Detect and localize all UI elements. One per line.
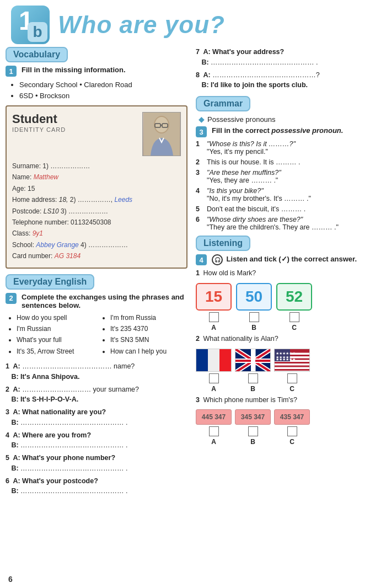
exercise-3-instruction: Fill in the correct possessive pronoun.	[212, 126, 343, 135]
phone-item-2: 345 347 B	[235, 409, 271, 446]
label-a2: A	[211, 385, 216, 393]
card-age-val: 15	[28, 185, 35, 193]
checkbox-c2[interactable]	[287, 373, 297, 383]
card-name-val: Matthew	[34, 173, 58, 181]
checkbox-b1[interactable]	[249, 312, 259, 322]
label-b3: B	[250, 438, 255, 446]
phrases-col-2: I'm from Russia It's 235 4370 It's SN3 5…	[102, 312, 187, 357]
phone-box-3: 435 347	[274, 409, 310, 425]
card-city: Leeds	[114, 196, 132, 204]
list-item: How do you spell	[17, 312, 94, 323]
card-school-name: Abbey Grange	[36, 241, 78, 249]
lesson-letter: b	[28, 22, 47, 42]
checkbox-a1[interactable]	[209, 312, 219, 322]
label-b2: B	[250, 385, 255, 393]
svg-rect-21	[275, 371, 310, 372]
exercise-4-instruction: 🎧 Listen and tick (✓) the correct answer…	[212, 254, 357, 265]
label-c2: C	[290, 385, 294, 393]
word-3: 6SD	[19, 92, 33, 100]
answer-52: 52 C	[276, 283, 312, 332]
flag-usa-item: ★★★★★★ ★★★★★ ★★★★★★ C	[274, 349, 310, 393]
list-item: I'm Russian	[17, 323, 94, 334]
q2-text: What nationality is Alan?	[203, 335, 278, 343]
list-item: How can I help you	[110, 346, 187, 357]
svg-rect-12	[251, 349, 256, 372]
label-c3: C	[290, 438, 294, 446]
dialogue-5: 5 A: What's your phone number? B: …………………	[6, 453, 187, 474]
grammar-header: Grammar	[196, 96, 250, 111]
card-cardnum: Card number: AG 3184	[12, 250, 181, 261]
flag-uk-item: B	[235, 349, 271, 393]
word-4: Brockson	[40, 92, 69, 100]
grammar-item-3: 3 "Are these her muffins?" "Yes, they ar…	[196, 169, 380, 184]
list-item: It's 235 4370	[110, 323, 187, 334]
grammar-item-6: 6 "Whose dirty shoes are these?" "They a…	[196, 216, 380, 231]
page-header: 1 b Who are you?	[0, 0, 386, 47]
phone-box-2: 345 347	[235, 409, 271, 425]
list-item: What's your full	[17, 334, 94, 345]
exercise-2-num: 2	[6, 293, 17, 304]
svg-rect-20	[275, 367, 310, 369]
card-num-val: AG 3184	[55, 252, 81, 260]
france-red	[219, 349, 231, 371]
word-list: Secondary School • Claredon Road 6SD • B…	[11, 79, 187, 101]
exercise-3-title: 3 Fill in the correct possessive pronoun…	[196, 126, 380, 137]
phrases-list: How do you spell I'm Russian What's your…	[8, 312, 187, 357]
grammar-section: Grammar ◆ Possessive pronouns 3 Fill in …	[196, 96, 380, 231]
phone-item-3: 435 347 C	[274, 409, 310, 446]
card-name: Name: Matthew	[12, 172, 181, 183]
checkbox-a3[interactable]	[209, 426, 219, 436]
checkbox-c3[interactable]	[287, 426, 297, 436]
q1-answers: 15 A 50 B 52 C	[196, 283, 380, 332]
list-item: It's SN3 5MN	[110, 334, 187, 345]
question-2: 2 What nationality is Alan?	[196, 334, 380, 344]
uk-inner	[235, 349, 270, 371]
flag-uk-box	[235, 349, 271, 372]
main-content: Vocabulary 1 Fill in the missing informa…	[0, 47, 386, 502]
answer-15: 15 A	[196, 283, 232, 332]
dialogue-8: 8 A: ………………………………………? B: I'd like to joi…	[196, 70, 380, 91]
flag-usa-box: ★★★★★★ ★★★★★ ★★★★★★	[274, 349, 310, 372]
grammar-item-2: 2 This is our house. It is ……… .	[196, 158, 380, 166]
list-item: Secondary School • Claredon Road	[19, 79, 187, 90]
everyday-header: Everyday English	[6, 274, 94, 290]
exercise-1-instruction: Fill in the missing information.	[22, 66, 126, 74]
vocabulary-header: Vocabulary	[6, 47, 68, 62]
checkbox-b2[interactable]	[248, 373, 258, 383]
exercise-2-instruction: Complete the exchanges using the phrases…	[22, 293, 187, 309]
flag-france-box	[196, 349, 232, 372]
phone-box-1: 445 347	[196, 409, 232, 425]
card-header: Student IDENTITY CARD	[12, 112, 181, 156]
phrases-col-1: How do you spell I'm Russian What's your…	[8, 312, 94, 357]
student-photo-svg	[144, 113, 180, 156]
card-school: School: Abbey Grange 4) ………………	[12, 239, 181, 250]
card-title: Student	[12, 112, 66, 126]
svg-rect-14	[253, 349, 255, 372]
right-column: 7 A: What's your address? B: ………………………………	[193, 47, 380, 502]
card-surname: Surname: 1) ………………	[12, 161, 181, 172]
france-blue	[196, 349, 208, 371]
phone-grid: 445 347 A 345 347 B 435 347 C	[196, 409, 380, 446]
checkbox-c1[interactable]	[290, 312, 299, 322]
question-1: 1 How old is Mark?	[196, 268, 380, 279]
number-15: 15	[196, 283, 232, 311]
list-item: It's 35, Arrow Street	[17, 346, 94, 357]
card-postcode: Postcode: LS10 3) ………………	[12, 206, 181, 217]
grammar-item-5: 5 Don't eat the biscuit, it's ……… .	[196, 205, 380, 213]
label-b: B	[251, 324, 256, 332]
lesson-badge: 1 b	[11, 6, 50, 44]
vocabulary-section: Vocabulary 1 Fill in the missing informa…	[6, 47, 187, 269]
exercise-3-num: 3	[196, 126, 207, 137]
page-number: 6	[8, 575, 13, 584]
svg-point-2	[155, 117, 168, 132]
checkbox-a2[interactable]	[209, 373, 219, 383]
france-white	[208, 349, 219, 371]
dialogue-2: 2 A: ………………………… your surname? B: It's S-…	[6, 384, 187, 405]
checkbox-b3[interactable]	[248, 426, 258, 436]
word-2: Claredon Road	[84, 81, 132, 89]
exercise-4-num: 4	[196, 254, 207, 265]
possessive-label: ◆ Possessive pronouns	[199, 115, 380, 124]
headphones-icon: 🎧	[212, 254, 223, 265]
label-a3: A	[211, 438, 216, 446]
grammar-item-4: 4 "Is this your bike?" "No, it's my brot…	[196, 187, 380, 202]
